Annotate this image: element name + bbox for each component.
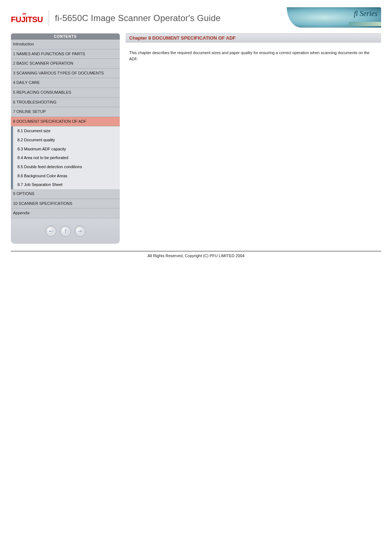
toc-chapter-7[interactable]: 7 ONLINE SETUP — [11, 107, 120, 117]
toc-chapter-6[interactable]: 6 TROUBLESHOOTING — [11, 98, 120, 108]
toc-chapter-3[interactable]: 3 SCANNING VARIOUS TYPES OF DOCUMENTS — [11, 69, 120, 78]
footer-copyright: All Rights Reserved, Copyright (C) PFU L… — [11, 254, 381, 258]
toc-chapter-8[interactable]: 8 DOCUMENT SPECIFICATION OF ADF — [11, 117, 120, 127]
main-content: Chapter 8 DOCUMENT SPECIFICATION OF ADF … — [126, 33, 381, 193]
series-label: fi Series — [354, 9, 377, 18]
toc-chapter-2[interactable]: 2 BASIC SCANNER OPERATION — [11, 59, 120, 69]
up-button[interactable]: ↑ — [60, 226, 71, 236]
series-badge: fi Series — [287, 7, 381, 28]
page-title: fi-5650C Image Scanner Operator's Guide — [55, 13, 221, 23]
toc-sub-8-2[interactable]: 8.2 Document quality — [11, 135, 120, 145]
footer-divider — [11, 251, 381, 251]
nav-buttons: ← ↑ → — [11, 226, 120, 236]
toc-sub-8-4[interactable]: 8.4 Area not to be perforated — [11, 153, 120, 162]
toc-sub-8-7[interactable]: 8.7 Job Separation Sheet — [11, 180, 120, 189]
brand-text: FUJITSU — [11, 15, 43, 24]
arrow-right-icon: → — [77, 228, 83, 234]
arrow-left-icon: ← — [48, 228, 54, 234]
next-button[interactable]: → — [74, 226, 85, 236]
contents-header: CONTENTS — [11, 33, 120, 40]
brand-logo: ∞ FUJITSU — [11, 12, 43, 24]
toc-sub-8-3[interactable]: 8.3 Maximum ADF capacity — [11, 145, 120, 154]
chapter-body: This chapter describes the required docu… — [126, 50, 381, 193]
toc-sub-8-5[interactable]: 8.5 Double feed detection conditions — [11, 162, 120, 171]
toc-chapter-1[interactable]: 1 NAMES AND FUNCTIONS OF PARTS — [11, 49, 120, 59]
infinity-icon: ∞ — [23, 11, 26, 16]
sidebar: CONTENTS Introduction 1 NAMES AND FUNCTI… — [11, 33, 120, 244]
chapter-title-bar: Chapter 8 DOCUMENT SPECIFICATION OF ADF — [126, 33, 381, 42]
toc-introduction[interactable]: Introduction — [11, 40, 120, 49]
toc-appendix[interactable]: Appendix — [11, 208, 120, 218]
toc-chapter-4[interactable]: 4 DAILY CARE — [11, 78, 120, 88]
toc-chapter-5[interactable]: 5 REPLACING CONSUMABLES — [11, 88, 120, 98]
arrow-up-icon: ↑ — [64, 228, 67, 234]
divider — [49, 10, 49, 26]
toc-chapter-10[interactable]: 10 SCANNER SPECIFICATIONS — [11, 199, 120, 209]
decorative-band — [348, 22, 381, 26]
toc-sub-8-6[interactable]: 8.6 Background Color Areas — [11, 171, 120, 181]
prev-button[interactable]: ← — [45, 226, 56, 236]
toc-chapter-9[interactable]: 9 OPTIONS — [11, 189, 120, 199]
toc-sub-8-1[interactable]: 8.1 Document size — [11, 126, 120, 135]
header-banner: ∞ FUJITSU fi-5650C Image Scanner Operato… — [11, 7, 381, 29]
